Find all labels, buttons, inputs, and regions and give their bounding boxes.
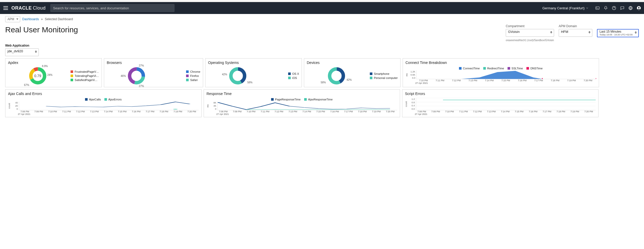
ajax-plot[interactable]	[19, 101, 199, 110]
ytick: 20	[11, 105, 18, 107]
legend-osx: OS X	[292, 72, 299, 75]
ytick: 0.4	[408, 104, 415, 107]
web-app-value: jde_dv920	[7, 49, 23, 53]
menu-icon[interactable]	[3, 5, 9, 11]
connect-legend: ConnectTime RedirectTime SSLTime DNSTime	[405, 67, 596, 70]
apm-domain-select[interactable]: HFM	[559, 29, 592, 37]
xticks-long: 7:08 PM7:09 PM7:10 PM7:11 PM7:12 PM7:13 …	[415, 110, 596, 113]
apdex-score: 0.79	[29, 67, 47, 85]
panel-apdex: Apdex 0.79 8.9% 24% 67% FrustratedPageV……	[5, 58, 102, 87]
pct-smart: 42%	[347, 78, 352, 81]
pct-satisfied: 67%	[24, 84, 29, 86]
os-donut: 42% 58%	[229, 67, 247, 85]
bell-icon[interactable]	[603, 5, 608, 11]
chevron-down-icon	[586, 6, 589, 10]
legend-satisfied: SatisfiedPageVi…	[75, 78, 97, 82]
ytick: 0.0	[409, 77, 415, 79]
svg-point-18	[173, 109, 178, 109]
time-main: Last 15 Minutes	[600, 30, 633, 33]
panel-script-errors: Script Errors count 1.20.80.40.0 7:08 PM…	[402, 89, 599, 117]
globe-icon[interactable]	[628, 5, 633, 11]
browsers-legend: Chrome Firefox Safari	[186, 70, 200, 82]
legend-ajaxcalls: AjaxCalls	[89, 98, 101, 101]
panel-title: Connect Time Breakdown	[403, 58, 599, 67]
x-date: 27 Apr 2021	[18, 113, 199, 115]
panel-browsers: Browsers 27% 46% 27% Chrome Firefox Safa…	[104, 58, 203, 87]
pct-safari: 27%	[139, 85, 144, 87]
svg-rect-0	[596, 7, 599, 10]
compartment-value: GVoisin	[508, 30, 520, 34]
legend-redirecttime: RedirectTime	[487, 67, 504, 70]
pct-tolerating: 24%	[47, 74, 52, 76]
xticks-long: 7:08 PM7:09 PM7:10 PM7:11 PM7:12 PM7:13 …	[18, 110, 199, 113]
panel-response-time: Response Time PageResponseTime AjaxRespo…	[204, 89, 400, 117]
help-icon[interactable]	[611, 5, 617, 11]
web-app-select[interactable]: jde_dv920	[5, 48, 39, 56]
page-title: Real User Monitoring	[5, 25, 78, 34]
response-plot[interactable]	[217, 101, 397, 110]
legend-pc: Personal computer	[374, 76, 398, 79]
pct-pc: 58%	[321, 81, 326, 84]
legend-ios: iOS	[292, 76, 297, 79]
ytick: 0.6K	[409, 74, 415, 76]
compartment-select[interactable]: GVoisin	[506, 29, 554, 37]
apm-selector-label: APM	[7, 17, 14, 21]
legend-connecttime: ConnectTime	[463, 67, 480, 70]
legend-ssltime: SSLTime	[511, 67, 523, 70]
cloudshell-icon[interactable]	[595, 5, 600, 11]
ytick: 1.2	[408, 98, 415, 100]
breadcrumb-dashboards[interactable]: Dashboards	[22, 17, 39, 21]
panel-connect-breakdown: Connect Time Breakdown ConnectTime Redir…	[403, 58, 599, 87]
region-label: Germany Central (Frankfurt)	[542, 6, 585, 10]
pct-frustrated: 8.9%	[42, 65, 48, 68]
time-sub: Today 19:05 - 19:20 UTC+02:00	[600, 34, 633, 36]
legend-frustrated: FrustratedPageV…	[75, 70, 99, 73]
y-axis-label: count	[405, 101, 408, 107]
brand-sub: Cloud	[33, 5, 46, 11]
panel-title: Ajax Calls and Errors	[5, 90, 201, 98]
legend-safari: Safari	[190, 78, 198, 82]
y-axis-label: count	[8, 103, 11, 109]
panel-title: Response Time	[204, 90, 400, 98]
compartment-label: Compartment	[506, 24, 554, 28]
y-axis-label: ms	[405, 73, 408, 76]
ytick: 40	[11, 101, 18, 104]
ytick: 8K	[210, 101, 216, 104]
script-plot[interactable]	[416, 98, 596, 110]
header-icons	[595, 5, 641, 11]
ytick: 0.0	[408, 108, 415, 110]
legend-firefox: Firefox	[190, 74, 199, 77]
response-legend: PageResponseTime AjaxResponseTime	[206, 98, 397, 101]
browser-chrome-fragment	[0, 0, 644, 2]
devices-donut: 42% 58%	[327, 67, 346, 85]
legend-smartphone: Smartphone	[374, 72, 389, 75]
ytick: 0	[11, 108, 18, 110]
legend-ajaxresponse: AjaxResponseTime	[308, 98, 333, 101]
panel-devices: Devices 42% 58% Smartphone Personal comp…	[304, 58, 401, 87]
region-selector[interactable]: Germany Central (Frankfurt)	[542, 6, 589, 10]
apdex-legend: FrustratedPageV… ToleratingPageVi… Satis…	[71, 70, 99, 82]
panel-title: Operating Systems	[205, 58, 302, 67]
ytick: 0.8	[408, 101, 415, 104]
ytick: 0	[210, 108, 216, 110]
brand-mark: ORACLE	[11, 5, 32, 11]
pct-chrome: 27%	[139, 64, 144, 67]
ajax-legend: AjaxCalls AjaxErrors	[8, 98, 199, 101]
panel-title: Script Errors	[402, 90, 598, 98]
panel-title: Apdex	[5, 58, 102, 67]
profile-icon[interactable]	[636, 5, 641, 11]
xticks-long: 7:08 PM7:09 PM7:10 PM7:11 PM7:12 PM7:13 …	[216, 110, 397, 113]
apm-selector[interactable]: APM	[5, 16, 20, 22]
panel-os: Operating Systems 42% 58% OS X iOS	[205, 58, 302, 87]
svg-marker-15	[462, 71, 542, 79]
ytick: 4K	[210, 105, 216, 107]
time-range-select[interactable]: Last 15 Minutes Today 19:05 - 19:20 UTC+…	[597, 29, 639, 37]
legend-pageresponse: PageResponseTime	[275, 98, 301, 101]
connect-plot[interactable]	[416, 70, 596, 79]
x-date: 27 Apr 2021	[415, 82, 596, 84]
chat-icon[interactable]	[620, 5, 625, 11]
browsers-donut: 27% 46% 27%	[127, 67, 145, 85]
oracle-logo[interactable]: ORACLE Cloud	[11, 5, 46, 11]
pct-osx: 42%	[222, 73, 227, 76]
search-input[interactable]	[50, 4, 174, 12]
